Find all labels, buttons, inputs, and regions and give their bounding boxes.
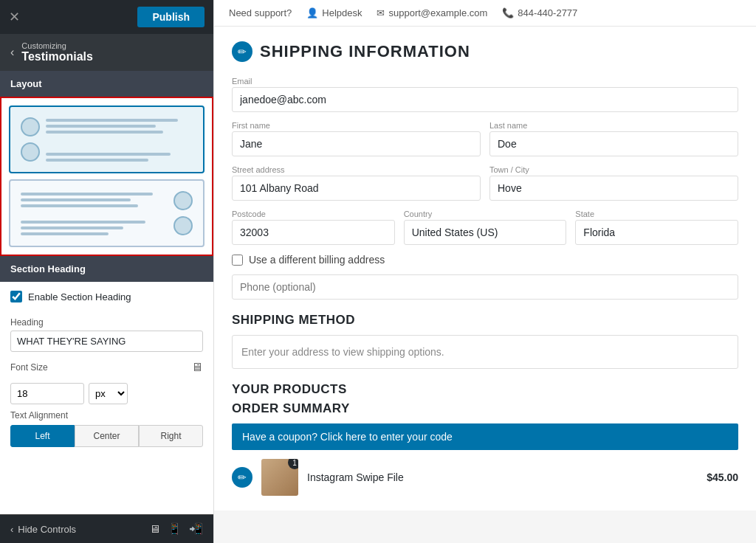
heading-field-group: Heading	[0, 311, 213, 358]
font-size-row: px em rem	[0, 377, 213, 404]
email-label: support@example.com	[388, 7, 487, 18]
font-size-input[interactable]	[10, 383, 84, 404]
phone-label: 844-440-2777	[518, 7, 577, 18]
product-thumbnail: 1	[261, 459, 298, 496]
right-panel: Need support? 👤 Helpdesk ✉ support@examp…	[214, 0, 756, 543]
close-button[interactable]: ✕	[9, 9, 20, 25]
street-label: Street address	[232, 165, 481, 174]
email-row: Email	[232, 77, 738, 112]
location-row: Postcode Country State	[232, 210, 738, 245]
first-name-input[interactable]	[232, 131, 481, 156]
shipping-method-box: Enter your address to view shipping opti…	[232, 335, 738, 369]
shipping-method-title: SHIPPING METHOD	[232, 313, 738, 328]
monitor-icon: 🖥	[191, 361, 203, 374]
postcode-field: Postcode	[232, 210, 395, 245]
state-field: State	[575, 210, 738, 245]
font-size-label-row: Font Size 🖥	[0, 358, 213, 377]
align-buttons: Left Center Right	[10, 425, 203, 447]
helpdesk-icon: 👤	[306, 7, 318, 18]
email-label: Email	[232, 77, 738, 86]
product-edit-icon[interactable]: ✏	[232, 467, 252, 488]
country-label: Country	[404, 210, 567, 218]
align-right-button[interactable]: Right	[139, 425, 203, 447]
order-summary-title: ORDER SUMMARY	[232, 401, 738, 416]
customizing-title: Testimonials	[21, 50, 93, 63]
phone-item: 📞 844-440-2777	[502, 7, 577, 18]
helpdesk-item: 👤 Helpdesk	[306, 7, 362, 18]
section-heading-header: Section Heading	[0, 256, 213, 282]
hide-controls-label: Hide Controls	[18, 524, 76, 535]
top-bar: ✕ Publish	[0, 0, 213, 34]
billing-label: Use a different billing address	[249, 254, 385, 266]
chevron-left-icon: ‹	[10, 524, 13, 535]
product-name: Instagram Swipe File	[307, 471, 404, 483]
last-name-input[interactable]	[489, 131, 738, 156]
country-input[interactable]	[404, 220, 567, 245]
product-info: Instagram Swipe File	[307, 471, 698, 483]
panel-scroll: Layout	[0, 71, 213, 514]
back-arrow-icon[interactable]: ‹	[10, 46, 14, 59]
email-field: Email	[232, 77, 738, 112]
postcode-input[interactable]	[232, 220, 395, 245]
layout-option-1[interactable]	[9, 106, 205, 173]
mobile-icon[interactable]: 📲	[189, 522, 203, 536]
last-name-field: Last name	[489, 121, 738, 156]
customizing-label: Customizing	[21, 41, 93, 50]
shipping-method-section: SHIPPING METHOD Enter your address to vi…	[232, 313, 738, 369]
email-icon: ✉	[377, 7, 385, 18]
shipping-section-title: SHIPPING INFORMATION	[260, 42, 470, 61]
city-label: Town / City	[489, 165, 738, 174]
unit-select[interactable]: px em rem	[89, 383, 128, 404]
email-input[interactable]	[232, 87, 738, 112]
bottom-bar: ‹ Hide Controls 🖥 📱 📲	[0, 514, 213, 543]
main-content: ✏ SHIPPING INFORMATION Email First name …	[214, 27, 756, 511]
street-field: Street address	[232, 165, 481, 201]
publish-button[interactable]: Publish	[137, 7, 205, 27]
billing-checkbox-row: Use a different billing address	[232, 254, 738, 266]
align-center-button[interactable]: Center	[75, 425, 139, 447]
country-field: Country	[404, 210, 567, 245]
device-icons: 🖥 📱 📲	[149, 522, 203, 536]
support-label: Need support?	[229, 7, 292, 18]
billing-checkbox[interactable]	[232, 255, 243, 266]
customizing-header: ‹ Customizing Testimonials	[0, 34, 213, 71]
first-name-field: First name	[232, 121, 481, 156]
layout-area	[0, 97, 213, 256]
text-alignment-row: Text Alignment Left Center Right	[0, 404, 213, 453]
address-row: Street address Town / City	[232, 165, 738, 201]
shipping-title-row: ✏ SHIPPING INFORMATION	[232, 41, 738, 62]
layout-option-2[interactable]	[9, 179, 205, 247]
enable-section-heading-row: Enable Section Heading	[0, 282, 213, 311]
shipping-edit-icon[interactable]: ✏	[232, 41, 252, 62]
desktop-icon[interactable]: 🖥	[149, 522, 160, 536]
city-field: Town / City	[489, 165, 738, 201]
enable-section-heading-checkbox[interactable]	[10, 291, 22, 302]
state-label: State	[575, 210, 738, 218]
layout-options	[9, 106, 205, 247]
hide-controls-button[interactable]: ‹ Hide Controls	[10, 524, 76, 535]
your-products-title: YOUR PRODUCTS	[232, 382, 738, 397]
layout-section-header: Layout	[0, 71, 213, 97]
name-row: First name Last name	[232, 121, 738, 156]
product-price: $45.00	[707, 471, 738, 483]
first-name-label: First name	[232, 121, 481, 130]
email-item: ✉ support@example.com	[377, 7, 487, 18]
left-panel: ✕ Publish ‹ Customizing Testimonials Lay…	[0, 0, 214, 543]
phone-icon: 📞	[502, 7, 514, 18]
postcode-label: Postcode	[232, 210, 395, 218]
heading-input[interactable]	[10, 331, 203, 352]
heading-field-label: Heading	[10, 317, 203, 328]
tablet-icon[interactable]: 📱	[168, 522, 182, 536]
heading-section: Enable Section Heading Heading Font Size…	[0, 282, 213, 453]
enable-section-heading-label: Enable Section Heading	[28, 291, 131, 302]
state-input[interactable]	[575, 220, 738, 245]
align-left-button[interactable]: Left	[10, 425, 75, 447]
city-input[interactable]	[489, 176, 738, 201]
coupon-bar[interactable]: Have a coupon? Click here to enter your …	[232, 423, 738, 450]
street-input[interactable]	[232, 176, 481, 201]
font-size-label: Font Size	[10, 362, 48, 373]
phone-input[interactable]	[232, 274, 738, 300]
product-row: ✏ 1 Instagram Swipe File $45.00	[232, 459, 738, 496]
phone-field	[232, 274, 738, 300]
last-name-label: Last name	[489, 121, 738, 130]
